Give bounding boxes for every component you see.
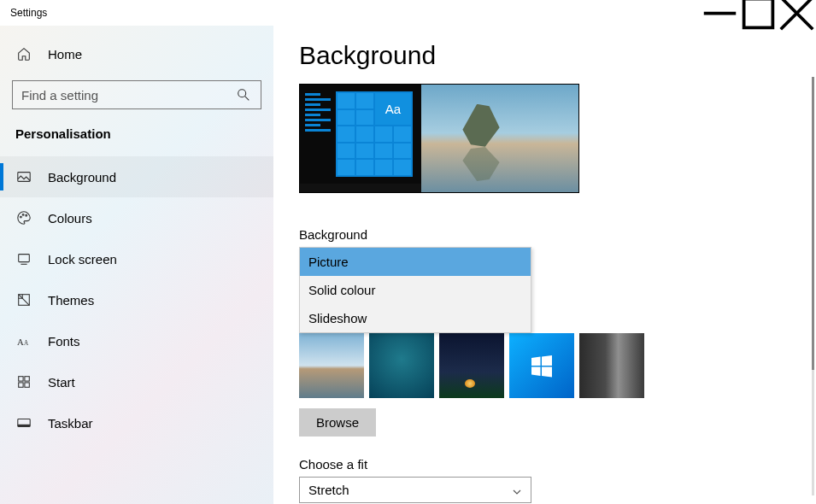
windows-logo-icon — [529, 353, 555, 378]
sidebar-item-lockscreen[interactable]: Lock screen — [0, 238, 273, 279]
svg-point-4 — [238, 90, 246, 97]
sidebar: Home Find a setting Personalisation Back… — [0, 26, 273, 504]
category-title: Personalisation — [0, 121, 273, 156]
picture-thumbnails — [299, 333, 790, 398]
sidebar-item-label: Colours — [48, 211, 92, 226]
thumbnail-windows-logo[interactable] — [509, 333, 574, 398]
titlebar: Settings — [0, 0, 816, 26]
dropdown-option-slideshow[interactable]: Slideshow — [300, 304, 531, 332]
search-icon — [235, 86, 252, 103]
thumbnail-beach[interactable] — [299, 333, 364, 398]
svg-rect-15 — [19, 377, 23, 381]
picture-icon — [15, 168, 32, 185]
sidebar-item-fonts[interactable]: AA Fonts — [0, 320, 273, 361]
palette-icon — [15, 209, 32, 226]
sidebar-item-label: Lock screen — [48, 252, 117, 267]
start-icon — [15, 373, 32, 390]
search-placeholder: Find a setting — [21, 88, 235, 103]
svg-text:A: A — [17, 337, 24, 347]
choose-fit-label: Choose a fit — [299, 457, 790, 472]
sidebar-item-colours[interactable]: Colours — [0, 197, 273, 238]
scrollbar-thumb[interactable] — [812, 77, 814, 370]
sidebar-item-label: Background — [48, 170, 116, 185]
search-input[interactable]: Find a setting — [12, 80, 261, 109]
dropdown-option-solid-colour[interactable]: Solid colour — [300, 276, 531, 304]
preview-sample-text: Aa — [375, 93, 411, 125]
svg-rect-1 — [744, 0, 773, 27]
svg-rect-16 — [25, 377, 29, 381]
maximize-button[interactable] — [739, 0, 778, 26]
fit-dropdown-value: Stretch — [308, 483, 349, 497]
fonts-icon: AA — [15, 332, 32, 349]
sidebar-item-label: Themes — [48, 293, 94, 308]
sidebar-item-label: Start — [48, 375, 75, 390]
home-icon — [15, 45, 32, 62]
thumbnail-cliff[interactable] — [579, 333, 644, 398]
home-label: Home — [48, 47, 82, 62]
svg-text:A: A — [24, 340, 29, 347]
sidebar-item-label: Taskbar — [48, 416, 93, 431]
browse-button[interactable]: Browse — [299, 408, 376, 437]
svg-point-9 — [26, 214, 27, 216]
background-label: Background — [299, 227, 790, 242]
close-button[interactable] — [778, 0, 816, 26]
taskbar-icon — [15, 414, 32, 431]
svg-rect-20 — [18, 425, 30, 427]
svg-rect-10 — [19, 255, 30, 262]
scrollbar[interactable] — [812, 77, 814, 495]
sidebar-item-start[interactable]: Start — [0, 361, 273, 402]
main-content: Background Aa Background P — [273, 26, 816, 504]
sidebar-item-label: Fonts — [48, 334, 80, 349]
chevron-down-icon — [512, 485, 522, 495]
minimize-button[interactable] — [701, 0, 739, 26]
sidebar-item-taskbar[interactable]: Taskbar — [0, 402, 273, 443]
thumbnail-ocean[interactable] — [369, 333, 434, 398]
fit-dropdown[interactable]: Stretch — [299, 477, 531, 503]
window-title: Settings — [0, 7, 47, 19]
page-title: Background — [299, 41, 790, 70]
svg-rect-18 — [25, 383, 29, 387]
lockscreen-icon — [15, 250, 32, 267]
dropdown-option-picture[interactable]: Picture — [300, 248, 531, 276]
svg-point-8 — [22, 214, 24, 216]
thumbnail-night[interactable] — [439, 333, 504, 398]
svg-point-7 — [21, 216, 22, 218]
desktop-preview: Aa — [299, 84, 579, 193]
sidebar-item-themes[interactable]: Themes — [0, 279, 273, 320]
home-nav[interactable]: Home — [0, 36, 273, 72]
themes-icon — [15, 291, 32, 308]
svg-line-5 — [245, 97, 249, 101]
sidebar-item-background[interactable]: Background — [0, 156, 273, 197]
background-dropdown[interactable]: Picture Solid colour Slideshow — [299, 247, 531, 333]
svg-rect-17 — [19, 383, 23, 387]
